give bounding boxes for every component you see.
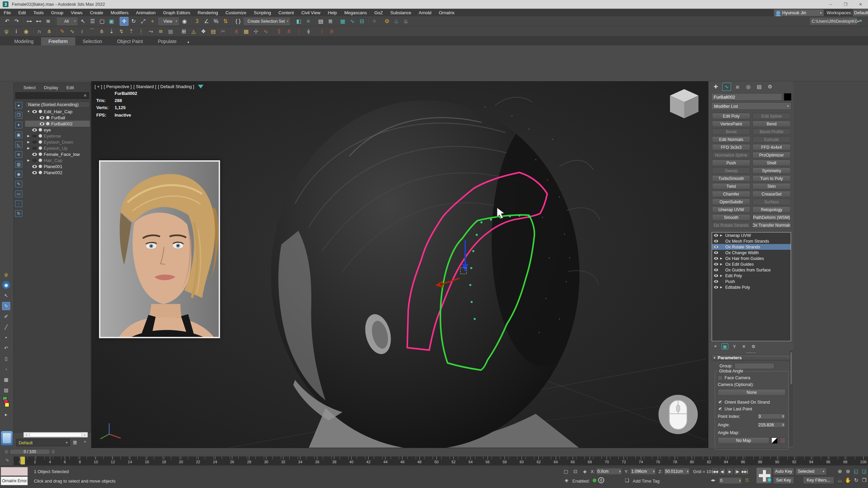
modifier-button[interactable]: Smooth (712, 214, 750, 221)
ox-dynamics-icon[interactable]: ✂ (219, 27, 228, 36)
pin-stack-icon[interactable]: ⌖ (712, 343, 719, 349)
display-refresh-icon[interactable]: ↻ (15, 210, 22, 217)
time-tag-icon[interactable]: ❑ (623, 476, 631, 484)
menu-item[interactable]: Help (324, 9, 341, 16)
display-edit-icon[interactable]: ✎ (15, 181, 22, 187)
rollout-resize-grip[interactable]: •••••• (709, 351, 793, 354)
delete-stroke-icon[interactable]: ▯ (2, 354, 10, 363)
expand-arrow-icon[interactable]: ▶ (26, 159, 31, 162)
scene-tree-item[interactable]: ▶ Eyelash_Up (25, 145, 90, 151)
grid-overlay-icon[interactable]: ▦ (2, 375, 10, 384)
display-materials-icon[interactable]: ▥ (15, 161, 22, 168)
object-dot-icon[interactable] (39, 134, 42, 138)
modifier-eye-icon[interactable] (714, 280, 718, 283)
scroll-left-icon[interactable]: ‹ (24, 433, 29, 437)
ox-add-hair-icon[interactable]: ψ (2, 27, 11, 36)
modifier-button[interactable]: Bevel (712, 128, 750, 135)
scroll-thumb[interactable] (790, 352, 792, 384)
close-button[interactable]: ✕ (853, 0, 868, 8)
object-dot-icon[interactable] (39, 110, 42, 113)
menu-item[interactable]: Modifiers (107, 9, 132, 16)
visibility-eye-icon[interactable] (32, 171, 37, 174)
object-dot-icon[interactable] (39, 165, 42, 168)
animation-shield-icon[interactable]: ◈ (563, 476, 570, 484)
play-icon[interactable]: ▶ (726, 468, 733, 475)
named-selection-set-dropdown[interactable]: Create Selection Set ▾ (243, 17, 291, 26)
map-enable-icon[interactable]: ✔ (780, 438, 786, 444)
auto-key-button[interactable]: Auto Key (773, 468, 794, 475)
modifier-stack-item[interactable]: ▶ Unwrap UVW (712, 232, 791, 238)
modifier-button[interactable]: Ox Rotate Strands (712, 222, 750, 228)
create-tab-icon[interactable]: ✚ (711, 83, 720, 91)
menu-item[interactable]: Animation (132, 9, 159, 16)
modifier-stack-item[interactable]: Ox Mesh From Strands (712, 238, 791, 244)
expand-arrow-icon[interactable]: ▼ (26, 110, 31, 113)
modifier-button[interactable]: Turn to Poly (752, 175, 791, 182)
ox-red-comb-icon[interactable]: ≀ (317, 27, 326, 36)
expand-arrow-icon[interactable]: ▶ (26, 146, 31, 150)
ox-red-strands-icon[interactable]: ⫼ (275, 27, 283, 36)
modifier-button[interactable]: Chamfer (712, 191, 750, 197)
modifier-eye-icon[interactable] (714, 274, 718, 277)
menu-item[interactable]: Ornatrix (435, 9, 458, 16)
separator[interactable] (55, 27, 57, 36)
tab-selection[interactable]: Selection (75, 37, 110, 45)
explorer-tab[interactable]: Display (40, 84, 62, 91)
select-cursor-icon[interactable]: ↖ (2, 291, 10, 300)
separator[interactable] (271, 27, 274, 36)
modifier-button[interactable]: Edit Spline (752, 113, 791, 119)
ox-strand-arrow-icon[interactable]: ⤳ (146, 27, 155, 36)
modifier-eye-icon[interactable] (714, 246, 718, 248)
separator[interactable] (22, 17, 24, 26)
remove-modifier-icon[interactable]: ✕ (741, 343, 747, 349)
modifier-button[interactable]: Normalize Spline (712, 152, 750, 158)
modifier-button[interactable]: Ox Transfer Normals (752, 222, 791, 228)
menu-item[interactable]: Arnold (415, 9, 435, 16)
modifier-button[interactable]: Edit Normals (712, 136, 750, 143)
modifier-stack-item[interactable]: Ox Rotate Strands (712, 244, 791, 250)
modifier-button[interactable]: ProOptimizer (752, 152, 791, 158)
clear-search-icon[interactable]: ✕ (81, 93, 89, 98)
explorer-hscrollbar[interactable]: ‹ › (23, 432, 88, 438)
modifier-button[interactable]: FFD 4x4x4 (752, 144, 791, 150)
visibility-eye-icon[interactable] (32, 128, 37, 131)
separator[interactable] (314, 27, 316, 36)
menu-item[interactable]: Rendering (194, 9, 222, 16)
ox-edit-guides-icon[interactable]: ✎ (58, 27, 67, 36)
display-lights-icon[interactable]: ✦ (15, 122, 22, 128)
ox-strand-curl-icon[interactable]: ⌒ (87, 27, 96, 36)
modifier-eye-icon[interactable] (714, 269, 718, 271)
macro-recorder-field[interactable] (1, 467, 28, 476)
modifier-button[interactable]: VertexPaint (712, 121, 750, 127)
modifier-button[interactable]: Unwrap UVW (712, 206, 750, 213)
next-frame-icon[interactable]: |▶ (734, 468, 741, 475)
modifier-stack-item[interactable]: ▶ Ox Hair from Guides (712, 256, 791, 261)
modifier-stack-item[interactable]: Push (712, 279, 791, 284)
visibility-eye-icon[interactable] (32, 147, 37, 150)
ox-hair-from-guides-icon[interactable]: ⋔ (97, 27, 106, 36)
display-hidden-icon[interactable]: · (15, 200, 22, 207)
ox-weave-grid-icon[interactable]: ▦ (242, 27, 251, 36)
scene-tree-item[interactable]: FurBall (25, 115, 90, 121)
menu-item[interactable]: Scripting (250, 9, 275, 16)
modifier-button[interactable]: PathDeform (WSM) (752, 214, 791, 221)
isolate-selection-icon[interactable]: ▢ (562, 468, 570, 475)
ox-hair-properties-icon[interactable]: i (12, 27, 21, 36)
menu-item[interactable]: Create (86, 9, 107, 16)
menu-item[interactable]: GoZ (371, 9, 387, 16)
explorer-tab[interactable]: Edit (63, 84, 77, 91)
parameters-rollout-header[interactable]: ▾ Parameters ⁘ (711, 354, 791, 361)
viewport-standard-menu[interactable]: [ Standard ] (133, 84, 156, 89)
toggle-layer-explorer-icon[interactable]: ≣ (326, 17, 335, 26)
percent-snap-icon[interactable]: % (212, 17, 220, 26)
object-dot-icon[interactable] (39, 140, 42, 144)
separator[interactable] (53, 17, 56, 26)
viewport-layout-tab[interactable] (1, 431, 13, 446)
ox-mesh-from-strands-icon[interactable]: ▦ (166, 27, 175, 36)
modifier-button[interactable]: Shell (752, 160, 791, 166)
object-dot-icon[interactable] (46, 122, 50, 125)
modifier-eye-icon[interactable] (714, 251, 718, 254)
menu-item[interactable]: Substance (387, 9, 415, 16)
modifier-button[interactable]: Sweep (712, 167, 750, 174)
object-dot-icon[interactable] (46, 116, 50, 119)
